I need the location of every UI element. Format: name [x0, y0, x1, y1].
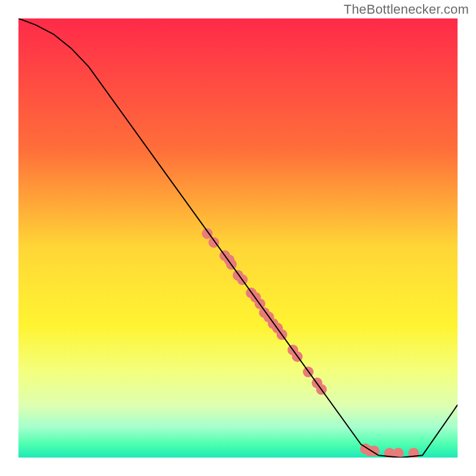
chart-svg [18, 18, 458, 458]
chart-background [18, 18, 458, 458]
attribution-text: TheBottlenecker.com [344, 2, 469, 17]
chart-plot-area [18, 18, 458, 458]
